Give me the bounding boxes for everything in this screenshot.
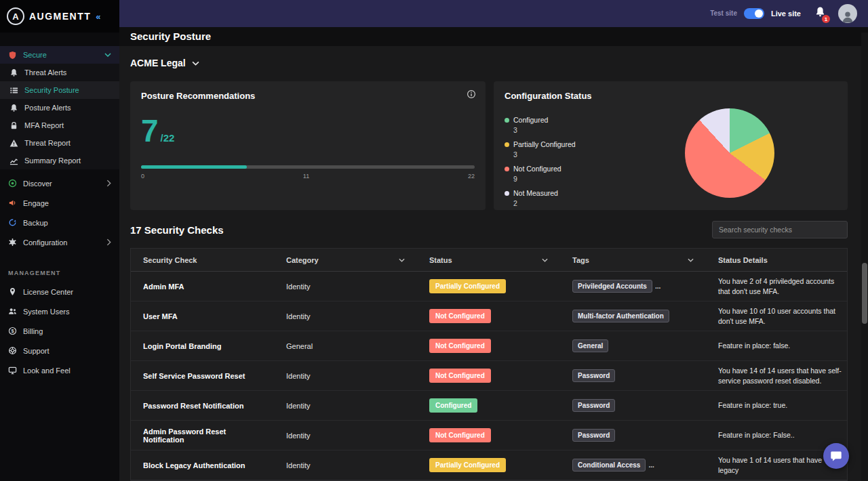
posture-card-title: Posture Recommendations [141, 91, 475, 101]
check-tags: General [560, 335, 706, 356]
live-site-label: Live site [771, 9, 801, 18]
posture-recommendations-card: Posture Recommendations 7 /22 0 11 22 [130, 81, 486, 210]
search-input[interactable] [712, 221, 848, 238]
management-items: License Center System Users Billing Supp… [0, 282, 119, 380]
security-check-row[interactable]: Block Legacy Authentication Identity Par… [131, 451, 847, 480]
site-mode-toggle[interactable] [744, 8, 764, 19]
legend-value: 2 [513, 199, 647, 207]
sidebar-modules: Discover Engage Backup Configuration [0, 173, 119, 252]
nav-item-label: Support [23, 347, 50, 355]
security-check-row[interactable]: Admin MFA Identity Partially Configured … [131, 272, 847, 301]
security-check-row[interactable]: User MFA Identity Not Configured Multi-f… [131, 301, 847, 331]
test-site-label: Test site [710, 9, 737, 17]
configuration-status-pie-chart [685, 108, 774, 198]
chat-widget-button[interactable] [823, 443, 849, 469]
config-card-title: Configuration Status [505, 91, 647, 101]
sidebar-item-configuration[interactable]: Configuration [0, 232, 119, 252]
sidebar-item-security-posture[interactable]: Security Posture [0, 81, 119, 99]
nav-item-label: Configuration [23, 238, 67, 247]
nav-item-label: MFA Report [24, 121, 64, 129]
legend-value: 9 [513, 175, 647, 183]
organization-name: ACME Legal [130, 58, 186, 68]
billing-icon [8, 327, 17, 335]
check-category: Identity [274, 427, 417, 444]
check-category: Identity [274, 457, 417, 474]
secure-section-label: Secure [23, 51, 47, 59]
filter-chevron-icon[interactable] [688, 258, 694, 262]
security-check-row[interactable]: Admin Password Reset Notification Identi… [131, 421, 847, 451]
sidebar-item-look-and-feel[interactable]: Look and Feel [0, 360, 119, 380]
status-badge: Partially Configured [429, 279, 506, 293]
notifications-button[interactable]: 1 [814, 6, 826, 20]
augmentt-logo-icon: A [7, 7, 24, 25]
sidebar-item-discover[interactable]: Discover [0, 173, 119, 193]
scale-mid: 11 [303, 173, 309, 180]
filter-chevron-icon[interactable] [542, 258, 548, 262]
nav-item-label: Summary Report [24, 156, 81, 165]
sidebar-item-license-center[interactable]: License Center [0, 282, 119, 301]
check-name: Login Portal Branding [131, 338, 274, 354]
sidebar-item-backup[interactable]: Backup [0, 213, 119, 232]
check-status-details: Feature in place: false. [706, 337, 847, 355]
organization-selector[interactable]: ACME Legal [130, 58, 199, 68]
sidebar-item-engage[interactable]: Engage [0, 193, 119, 213]
notification-count-badge: 1 [822, 15, 830, 23]
legend-item-configured: Configured 3 [505, 116, 647, 134]
sidebar-collapse-button[interactable]: « [96, 12, 100, 22]
security-check-row[interactable]: Login Portal Branding General Not Config… [131, 331, 847, 361]
status-badge: Not Configured [429, 369, 491, 383]
tag-chip: Password [572, 369, 615, 382]
legend-item-not-measured: Not Measured 2 [505, 189, 647, 207]
legend-item-not-configured: Not Configured 9 [505, 165, 647, 183]
chevron-right-icon [106, 238, 111, 246]
legend-color-dot [505, 142, 509, 147]
sidebar-item-mfa-report[interactable]: MFA Report [0, 117, 119, 134]
column-category[interactable]: Category [274, 256, 417, 264]
column-security-check: Security Check [131, 256, 274, 264]
backup-icon [8, 218, 17, 227]
tag-chip: Conditional Access [572, 459, 646, 472]
user-avatar[interactable] [838, 4, 857, 23]
column-tags[interactable]: Tags [560, 256, 706, 264]
nav-item-label: Backup [23, 219, 48, 227]
shield-icon [8, 51, 17, 60]
nav-item-label: Look and Feel [23, 367, 71, 375]
users-icon [8, 307, 17, 316]
status-badge: Not Configured [429, 428, 491, 442]
sidebar-nav: Secure Threat Alerts Security Posture Po… [0, 33, 119, 380]
tags-overflow: ... [655, 283, 660, 290]
check-category: Identity [274, 308, 417, 325]
security-checks-header: 17 Security Checks [130, 221, 848, 238]
scale-min: 0 [141, 173, 144, 180]
column-label: Tags [572, 256, 589, 264]
filter-chevron-icon[interactable] [399, 258, 405, 262]
sidebar-item-support[interactable]: Support [0, 341, 119, 360]
sidebar-section-secure[interactable]: Secure [0, 46, 119, 64]
legend-value: 3 [513, 126, 647, 134]
scrollbar-thumb[interactable] [862, 263, 867, 324]
column-status[interactable]: Status [417, 256, 560, 264]
check-name: Admin MFA [131, 278, 274, 295]
logo-bar: A AUGMENTT « [0, 0, 119, 33]
lock-icon [9, 121, 18, 130]
check-tags: Priviledged Accounts... [560, 276, 706, 297]
page-content: ACME Legal Posture Recommendations 7 /22… [119, 46, 868, 481]
sidebar-item-system-users[interactable]: System Users [0, 301, 119, 321]
table-body: Admin MFA Identity Partially Configured … [131, 272, 847, 480]
bell-icon [9, 104, 18, 112]
monitor-icon [8, 366, 17, 375]
sidebar-item-summary-report[interactable]: Summary Report [0, 152, 119, 169]
sidebar-item-billing[interactable]: Billing [0, 321, 119, 341]
security-check-row[interactable]: Self Service Password Reset Identity Not… [131, 361, 847, 391]
toggle-knob [755, 9, 763, 18]
sidebar-item-threat-report[interactable]: Threat Report [0, 134, 119, 152]
nav-item-label: System Users [23, 308, 69, 316]
check-name: User MFA [131, 308, 274, 325]
check-tags: Multi-factor Authentication [560, 306, 706, 327]
sidebar-item-posture-alerts[interactable]: Posture Alerts [0, 99, 119, 117]
warning-icon [9, 139, 18, 148]
status-badge: Not Configured [429, 339, 491, 353]
info-icon[interactable] [467, 89, 476, 99]
security-check-row[interactable]: Password Reset Notification Identity Con… [131, 391, 847, 421]
sidebar-item-threat-alerts[interactable]: Threat Alerts [0, 64, 119, 81]
